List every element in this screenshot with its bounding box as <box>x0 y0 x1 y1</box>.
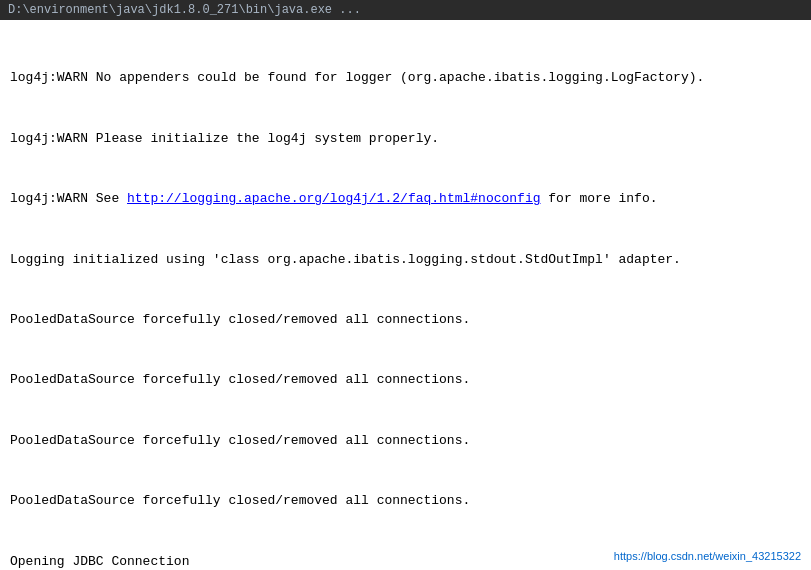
log-line-4: Logging initialized using 'class org.apa… <box>10 250 801 270</box>
watermark: https://blog.csdn.net/weixin_43215322 <box>614 550 801 562</box>
log-line-8: PooledDataSource forcefully closed/remov… <box>10 491 801 511</box>
log-line-3: log4j:WARN See http://logging.apache.org… <box>10 189 801 209</box>
log-line-2: log4j:WARN Please initialize the log4j s… <box>10 129 801 149</box>
console-area: log4j:WARN No appenders could be found f… <box>0 20 811 570</box>
log-line-7: PooledDataSource forcefully closed/remov… <box>10 431 801 451</box>
top-bar-text: D:\environment\java\jdk1.8.0_271\bin\jav… <box>8 3 361 17</box>
log-line-1: log4j:WARN No appenders could be found f… <box>10 68 801 88</box>
log-line-6: PooledDataSource forcefully closed/remov… <box>10 370 801 390</box>
log4j-link[interactable]: http://logging.apache.org/log4j/1.2/faq.… <box>127 191 540 206</box>
log-line-5: PooledDataSource forcefully closed/remov… <box>10 310 801 330</box>
top-bar: D:\environment\java\jdk1.8.0_271\bin\jav… <box>0 0 811 20</box>
